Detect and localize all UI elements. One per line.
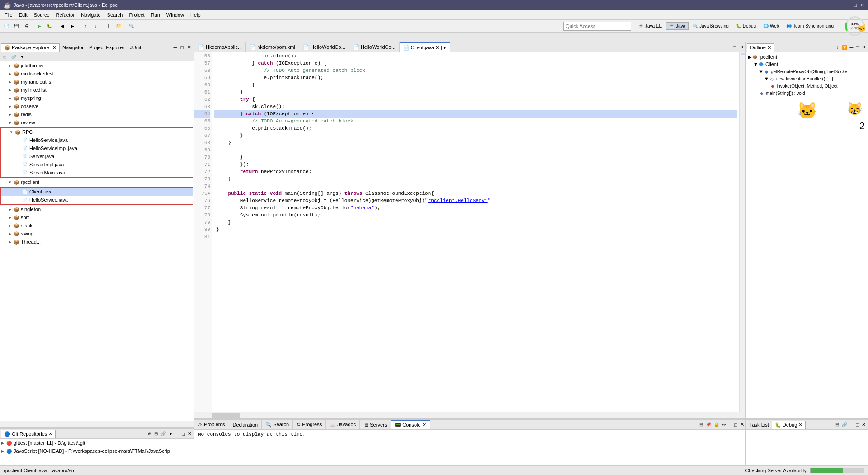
console-close[interactable]: ✕ bbox=[739, 422, 745, 428]
tree-item-helloserviceimpl[interactable]: 📄 HelloServiceImpl.java bbox=[1, 144, 193, 152]
tree-item-serverimpl[interactable]: 📄 ServerImpl.java bbox=[1, 160, 193, 169]
perspective-debug[interactable]: 🐛 Debug bbox=[733, 22, 759, 30]
tree-item-sort[interactable]: ▶ 📦 sort bbox=[0, 213, 194, 221]
debug-close[interactable]: ✕ bbox=[860, 422, 867, 428]
tree-item-helloservice2[interactable]: 📄 HelloService.java bbox=[1, 196, 193, 204]
toolbar-search[interactable]: 🔍 bbox=[127, 22, 136, 31]
outline-item-main[interactable]: ◆ main(String[]) : void bbox=[747, 89, 867, 97]
perspective-web[interactable]: 🌐 Web bbox=[760, 22, 782, 30]
tab-package-explorer[interactable]: 📦 Package Explorer ✕ bbox=[1, 43, 60, 52]
perspective-java[interactable]: ☕ Java bbox=[666, 22, 689, 30]
tab-search[interactable]: 🔍 Search bbox=[262, 420, 293, 429]
tree-item-stack[interactable]: ▶ 📦 stack bbox=[0, 221, 194, 230]
next-edit-button[interactable]: ↓ bbox=[91, 22, 100, 31]
prev-edit-button[interactable]: ↑ bbox=[81, 22, 90, 31]
tree-item-redis[interactable]: ▶ 📦 redis bbox=[0, 110, 194, 118]
tree-item-rpc[interactable]: ▼ 📦 RPC bbox=[1, 128, 193, 136]
tab-console-active[interactable]: 📟 Console ✕ bbox=[391, 420, 430, 429]
debug-minimize[interactable]: ─ bbox=[849, 422, 855, 428]
editor-maximize[interactable]: □ bbox=[731, 45, 738, 50]
tab-hkdemo[interactable]: 📄 HkdemoApplic... bbox=[194, 42, 246, 52]
editor-hscrollbar[interactable] bbox=[194, 412, 745, 418]
tab-git-repos[interactable]: 🔵 Git Repositories ✕ bbox=[1, 430, 56, 438]
editor-vscrollbar[interactable] bbox=[739, 52, 745, 412]
tree-item-observe[interactable]: ▶ 📦 observe bbox=[0, 102, 194, 110]
minimize-button[interactable]: ─ bbox=[847, 2, 850, 8]
outline-sort-btn[interactable]: ↕ bbox=[835, 45, 840, 50]
console-pin-btn[interactable]: 📌 bbox=[704, 422, 712, 427]
forward-button[interactable]: ▶ bbox=[68, 22, 77, 31]
tree-item-rpcclient[interactable]: ▼ 📦 rpcclient bbox=[0, 178, 194, 186]
outline-minimize[interactable]: ─ bbox=[849, 45, 855, 50]
tree-item-myspring[interactable]: ▶ 📦 myspring bbox=[0, 94, 194, 102]
console-word-wrap[interactable]: ⇔ bbox=[721, 422, 727, 427]
outline-close[interactable]: ✕ bbox=[860, 44, 867, 50]
tab-javadoc[interactable]: 📖 Javadoc bbox=[326, 420, 360, 429]
debug-toolbar-btn2[interactable]: 🔗 bbox=[840, 422, 849, 427]
tab-hwco1[interactable]: 📄 HelloWorldCo... bbox=[299, 42, 349, 52]
outline-maximize[interactable]: □ bbox=[854, 45, 860, 50]
tab-client-active[interactable]: 📄 Client.java ✕ | ▾ bbox=[400, 42, 450, 52]
menu-source[interactable]: Source bbox=[31, 11, 52, 19]
tree-item-servermain[interactable]: 📄 ServerMain.java bbox=[1, 169, 193, 177]
link-editor-button[interactable]: 🔗 bbox=[9, 53, 18, 61]
open-resource-button[interactable]: 📁 bbox=[114, 22, 123, 31]
perspective-team[interactable]: 👥 Team Synchronizing bbox=[783, 22, 837, 30]
menu-refactor[interactable]: Refactor bbox=[53, 11, 78, 19]
tab-hwco2[interactable]: 📄 HelloWorldCo... bbox=[349, 42, 400, 52]
git-toolbar-btn3[interactable]: 🔗 bbox=[159, 431, 167, 436]
tab-progress[interactable]: ↻ Progress bbox=[293, 420, 326, 429]
outline-item-invocationhandler[interactable]: ▼ ◇ new InvocationHandler() {...} bbox=[747, 75, 867, 82]
console-maximize[interactable]: □ bbox=[733, 422, 739, 428]
tab-project-explorer[interactable]: Project Explorer bbox=[86, 44, 127, 51]
menu-run[interactable]: Run bbox=[148, 11, 163, 19]
git-item-javascript[interactable]: ▶ 🔵 JavaScript [NO-HEAD] - F:\workspaces… bbox=[0, 447, 194, 455]
tab-tasklist[interactable]: Task List bbox=[747, 421, 772, 428]
tree-item-review[interactable]: ▶ 📦 review bbox=[0, 118, 194, 127]
panel-maximize[interactable]: □ bbox=[179, 45, 185, 50]
outline-item-getremote[interactable]: ▼ ◆ getRemoteProxyObj(String, InetSocke bbox=[747, 68, 867, 75]
code-content[interactable]: is.close(); } catch (IOException e) { //… bbox=[212, 52, 739, 412]
tree-item-myhandleutils[interactable]: ▶ 📦 myhandleutils bbox=[0, 78, 194, 86]
tree-item-jdkdtproxy[interactable]: ▶ 📦 jdkdtproxy bbox=[0, 61, 194, 70]
tree-item-multisockettest[interactable]: ▶ 📦 multisockettest bbox=[0, 70, 194, 78]
git-minimize[interactable]: ─ bbox=[175, 431, 181, 437]
back-button[interactable]: ◀ bbox=[58, 22, 67, 31]
console-scroll-lock[interactable]: 🔒 bbox=[712, 422, 721, 427]
explorer-scrollbar[interactable] bbox=[0, 421, 194, 427]
menu-window[interactable]: Window bbox=[164, 11, 187, 19]
tab-problems[interactable]: ⚠ Problems bbox=[194, 420, 229, 429]
view-menu-button[interactable]: ▼ bbox=[18, 53, 26, 61]
tree-item-swing[interactable]: ▶ 📦 swing bbox=[0, 230, 194, 238]
tree-item-mylinkedlist[interactable]: ▶ 📦 mylinkedlist bbox=[0, 86, 194, 94]
new-button[interactable]: 📄 bbox=[2, 22, 11, 31]
editor-close[interactable]: ✕ bbox=[738, 44, 745, 50]
menu-search[interactable]: Search bbox=[104, 11, 126, 19]
tree-item-thread[interactable]: ▶ 📦 Thread... bbox=[0, 238, 194, 246]
debug-toolbar-btn1[interactable]: ⊟ bbox=[834, 422, 840, 427]
tab-declaration[interactable]: Declaration bbox=[229, 420, 262, 429]
open-type-button[interactable]: T bbox=[104, 22, 113, 31]
git-toolbar-btn1[interactable]: ⊕ bbox=[146, 431, 153, 436]
menu-help[interactable]: Help bbox=[188, 11, 203, 19]
quick-access-input[interactable] bbox=[563, 22, 631, 31]
tab-pom[interactable]: 📄 hkdemo/pom.xml bbox=[246, 42, 299, 52]
menu-edit[interactable]: Edit bbox=[16, 11, 30, 19]
git-toolbar-btn2[interactable]: ⊟ bbox=[153, 431, 159, 436]
debug-maximize[interactable]: □ bbox=[854, 422, 860, 428]
maximize-button[interactable]: □ bbox=[854, 2, 857, 8]
console-clear-btn[interactable]: ⊟ bbox=[698, 422, 704, 427]
save-button[interactable]: 💾 bbox=[12, 22, 21, 31]
menu-file[interactable]: File bbox=[2, 11, 15, 19]
outline-item-client-class[interactable]: ▼ 🔷 Client bbox=[747, 61, 867, 68]
tab-debug[interactable]: 🐛 Debug ✕ bbox=[772, 421, 806, 429]
panel-close[interactable]: ✕ bbox=[185, 44, 193, 50]
tree-item-server[interactable]: 📄 Server.java bbox=[1, 152, 193, 160]
collapse-all-button[interactable]: ⊟ bbox=[1, 53, 9, 61]
tree-item-helloservice[interactable]: 📄 HelloService.java bbox=[1, 136, 193, 144]
perspective-javaee[interactable]: ☕ Java EE bbox=[635, 22, 665, 30]
print-button[interactable]: 🖨 bbox=[22, 22, 31, 31]
tree-item-client-java[interactable]: 📄 Client.java bbox=[1, 188, 193, 196]
console-minimize[interactable]: ─ bbox=[727, 422, 733, 428]
tab-navigator[interactable]: Navigator bbox=[60, 44, 86, 51]
